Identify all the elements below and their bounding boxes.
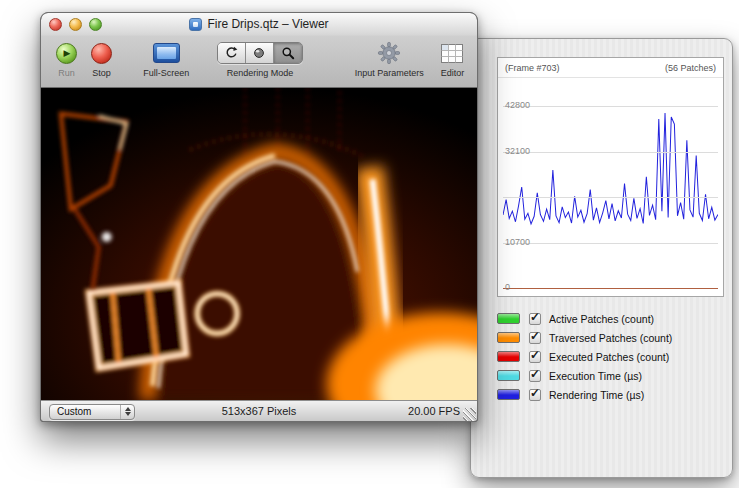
legend-row: ✓ Rendering Time (µs): [497, 385, 725, 404]
legend-label: Executed Patches (count): [549, 351, 669, 363]
rendering-mode-segment-zoom[interactable]: [274, 43, 302, 63]
frame-counter: (Frame #703): [505, 63, 560, 73]
legend-color-swatch: [497, 313, 520, 324]
profiler-chart: (Frame #703) (56 Patches) 42800321001070…: [497, 57, 724, 297]
legend-checkbox[interactable]: ✓: [529, 370, 541, 382]
legend-checkbox[interactable]: ✓: [529, 313, 541, 325]
gridline: [503, 106, 718, 107]
window-chrome: Fire Drips.qtz – Viewer ▶ Run Stop: [41, 13, 477, 88]
stop-label: Stop: [92, 68, 111, 78]
legend-checkbox[interactable]: ✓: [529, 351, 541, 363]
run-icon: ▶: [56, 38, 77, 68]
editor-grid-icon: [441, 44, 463, 63]
sphere-icon: [252, 46, 266, 60]
titlebar[interactable]: Fire Drips.qtz – Viewer: [41, 13, 477, 35]
checkmark-icon: ✓: [530, 386, 540, 400]
rendering-mode-segment-shaded[interactable]: [246, 43, 274, 63]
resize-grip[interactable]: [463, 408, 476, 421]
rendering-mode-segment-refresh[interactable]: [218, 43, 246, 63]
gridline: [503, 243, 718, 244]
editor-button[interactable]: Editor: [436, 38, 469, 78]
play-triangle-icon: ▶: [64, 49, 71, 58]
legend-color-swatch: [497, 351, 520, 362]
viewer-window: Fire Drips.qtz – Viewer ▶ Run Stop: [40, 12, 478, 422]
profiler-plot-svg: [503, 80, 718, 288]
y-tick-label: 42800: [505, 101, 530, 111]
x-axis-line: [503, 288, 718, 289]
title-group: Fire Drips.qtz – Viewer: [41, 13, 477, 35]
rendering-time-line: [503, 113, 718, 224]
y-tick-label: 10700: [505, 237, 530, 247]
fullscreen-label: Full-Screen: [143, 68, 189, 78]
rendering-mode-label: Rendering Mode: [227, 68, 294, 78]
legend-color-swatch: [497, 332, 520, 343]
legend-row: ✓ Traversed Patches (count): [497, 328, 725, 347]
checkmark-icon: ✓: [530, 348, 540, 362]
patch-counter: (56 Patches): [665, 63, 716, 73]
rendering-mode-control: Rendering Mode: [211, 38, 308, 78]
fullscreen-icon: [153, 38, 180, 68]
magnifier-icon: [281, 46, 295, 60]
legend-color-swatch: [497, 370, 520, 381]
y-tick-label: 32100: [505, 146, 530, 156]
checkmark-icon: ✓: [530, 367, 540, 381]
legend-label: Rendering Time (µs): [549, 389, 644, 401]
stop-icon: [91, 38, 112, 68]
gridline: [503, 197, 718, 198]
fire-composition-render: [41, 88, 477, 400]
checkmark-icon: ✓: [530, 310, 540, 324]
legend-label: Execution Time (µs): [549, 370, 642, 382]
gridline: [503, 152, 718, 153]
legend-label: Traversed Patches (count): [549, 332, 672, 344]
legend-checkbox[interactable]: ✓: [529, 389, 541, 401]
run-label: Run: [58, 68, 75, 78]
input-parameters-button[interactable]: Input Parameters: [343, 38, 436, 78]
profiler-panel: (Frame #703) (56 Patches) 42800321001070…: [470, 38, 733, 478]
fps-indicator: 20.00 FPS: [408, 401, 460, 422]
y-tick-label: 0: [505, 282, 510, 292]
legend-row: ✓ Executed Patches (count): [497, 347, 725, 366]
input-parameters-label: Input Parameters: [355, 68, 424, 78]
viewer-canvas: [41, 88, 477, 400]
gear-icon: [377, 41, 401, 65]
legend-row: ✓ Execution Time (µs): [497, 366, 725, 385]
document-icon: [189, 18, 202, 31]
run-button[interactable]: ▶ Run: [49, 38, 84, 78]
legend: ✓ Active Patches (count) ✓ Traversed Pat…: [497, 309, 725, 404]
rendering-mode-segmented-control: [217, 42, 303, 64]
editor-label: Editor: [441, 68, 465, 78]
legend-color-swatch: [497, 389, 520, 400]
checkmark-icon: ✓: [530, 329, 540, 343]
stop-button[interactable]: Stop: [84, 38, 119, 78]
fullscreen-button[interactable]: Full-Screen: [135, 38, 197, 78]
legend-checkbox[interactable]: ✓: [529, 332, 541, 344]
window-title: Fire Drips.qtz – Viewer: [207, 17, 328, 31]
legend-row: ✓ Active Patches (count): [497, 309, 725, 328]
profiler-chart-header: (Frame #703) (56 Patches): [498, 58, 723, 78]
circular-arrow-icon: [224, 46, 238, 60]
status-bar: Custom 513x367 Pixels 20.00 FPS: [41, 400, 477, 422]
profiler-plot: 4280032100107000: [503, 80, 718, 288]
toolbar: ▶ Run Stop Full-Screen: [41, 35, 477, 87]
legend-label: Active Patches (count): [549, 313, 654, 325]
